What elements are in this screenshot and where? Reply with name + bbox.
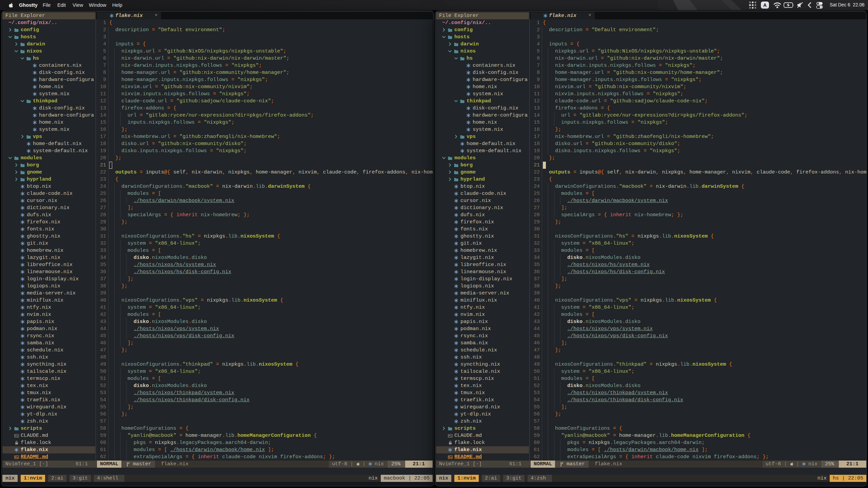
svg-text:A: A (763, 2, 767, 8)
